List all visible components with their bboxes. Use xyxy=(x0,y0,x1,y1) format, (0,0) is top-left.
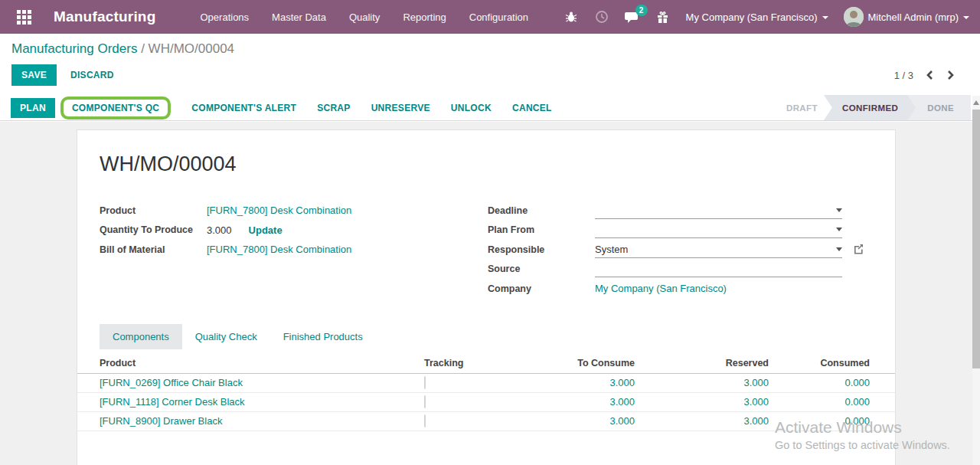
deadline-label: Deadline xyxy=(488,205,595,216)
save-button[interactable]: SAVE xyxy=(11,64,57,86)
user-menu[interactable]: Mitchell Admin (mrp) xyxy=(844,7,969,27)
menu-quality[interactable]: Quality xyxy=(349,11,380,23)
col-to-consume: To Consume xyxy=(528,358,635,368)
pager-previous-icon[interactable] xyxy=(926,70,934,80)
scroll-up-icon[interactable] xyxy=(973,100,979,105)
breadcrumb-current: WH/MO/00004 xyxy=(149,41,234,56)
caret-down-icon[interactable] xyxy=(836,228,842,231)
col-reserved: Reserved xyxy=(635,358,769,368)
cell-reserved: 3.000 xyxy=(635,377,769,388)
status-confirmed[interactable]: CONFIRMED xyxy=(824,95,916,120)
vertical-scrollbar[interactable] xyxy=(972,96,980,465)
menu-reporting[interactable]: Reporting xyxy=(403,11,446,23)
col-product: Product xyxy=(77,358,424,368)
caret-down-icon[interactable] xyxy=(836,208,842,212)
tracking-checkbox[interactable] xyxy=(424,376,426,389)
cell-product: [FURN_8900] Drawer Black xyxy=(77,415,424,427)
product-value-link[interactable]: [FURN_7800] Desk Combination xyxy=(207,205,351,216)
unreserve-button[interactable]: UNRESERVE xyxy=(371,103,430,113)
menu-configuration[interactable]: Configuration xyxy=(469,11,528,23)
table-row[interactable]: [FURN_0269] Office Chair Black 3.000 3.0… xyxy=(77,374,895,393)
components-table: Product Tracking To Consume Reserved Con… xyxy=(77,354,895,431)
field-group-left: Product [FURN_7800] Desk Combination Qua… xyxy=(100,201,467,299)
messages-icon[interactable]: 2 xyxy=(625,9,640,25)
table-row[interactable]: [FURN_1118] Corner Desk Black 3.000 3.00… xyxy=(77,393,895,412)
update-quantity-button[interactable]: Update xyxy=(249,224,283,236)
company-value-link[interactable]: My Company (San Francisco) xyxy=(595,283,842,294)
systray: 2 My Company (San Francisco) Mitchell Ad… xyxy=(564,7,969,27)
table-row[interactable]: [FURN_8900] Drawer Black 3.000 3.000 0.0… xyxy=(77,412,895,431)
deadline-input[interactable] xyxy=(595,202,842,219)
tracking-checkbox[interactable] xyxy=(424,395,426,408)
apps-menu-icon[interactable] xyxy=(11,0,37,34)
bom-value-link[interactable]: [FURN_7800] Desk Combination xyxy=(207,244,351,255)
breadcrumb-parent[interactable]: Manufacturing Orders xyxy=(11,41,137,56)
breadcrumb-separator: / xyxy=(141,41,145,56)
caret-down-icon[interactable] xyxy=(836,247,842,251)
caret-down-icon xyxy=(822,16,828,19)
highlight-annotation: COMPONENT'S QC xyxy=(60,97,171,120)
activity-clock-icon[interactable] xyxy=(594,9,609,25)
cell-product: [FURN_0269] Office Chair Black xyxy=(77,377,424,388)
cell-consumed: 0.000 xyxy=(769,415,895,427)
col-consumed: Consumed xyxy=(769,358,895,368)
tab-finished-products[interactable]: Finished Products xyxy=(270,324,376,349)
field-group-right: Deadline Plan From Responsible xyxy=(488,201,870,299)
bom-label: Bill of Material xyxy=(100,244,207,255)
company-switcher[interactable]: My Company (San Francisco) xyxy=(686,11,828,23)
control-panel: Manufacturing Orders / WH/MO/00004 SAVE … xyxy=(0,34,980,95)
status-draft[interactable]: DRAFT xyxy=(779,95,833,120)
menu-operations[interactable]: Operations xyxy=(201,11,250,23)
table-header-row: Product Tracking To Consume Reserved Con… xyxy=(77,354,895,374)
status-pipeline: DRAFT CONFIRMED DONE xyxy=(779,95,971,120)
responsible-label: Responsible xyxy=(488,244,595,255)
tracking-checkbox[interactable] xyxy=(424,414,426,427)
bug-icon[interactable] xyxy=(564,9,579,25)
form-view-background: WH/MO/00004 Product [FURN_7800] Desk Com… xyxy=(0,122,980,465)
plan-button[interactable]: PLAN xyxy=(11,98,55,118)
status-done[interactable]: DONE xyxy=(907,95,971,120)
cell-to-consume: 3.000 xyxy=(528,415,635,427)
scrollbar-thumb[interactable] xyxy=(972,110,980,368)
scrap-button[interactable]: SCRAP xyxy=(317,103,351,113)
pager: 1 / 3 xyxy=(894,70,969,81)
components-qc-button[interactable]: COMPONENT'S QC xyxy=(72,103,159,113)
notebook-tabs: Components Quality Check Finished Produc… xyxy=(100,324,870,349)
col-tracking: Tracking xyxy=(424,358,528,368)
company-name: My Company (San Francisco) xyxy=(686,11,818,23)
source-label: Source xyxy=(488,264,595,274)
avatar xyxy=(844,7,864,27)
tab-quality-check[interactable]: Quality Check xyxy=(182,324,270,349)
company-field: My Company (San Francisco) xyxy=(595,280,842,297)
unlock-button[interactable]: UNLOCK xyxy=(451,103,492,113)
discard-button[interactable]: DISCARD xyxy=(70,70,114,80)
top-navbar: Manufacturing Operations Master Data Qua… xyxy=(0,0,980,34)
caret-down-icon xyxy=(963,16,969,19)
plan-from-input[interactable] xyxy=(595,221,842,238)
main-menus: Operations Master Data Quality Reporting… xyxy=(201,11,529,23)
quantity-value[interactable]: 3.000 xyxy=(207,224,232,236)
menu-master-data[interactable]: Master Data xyxy=(272,11,326,23)
user-name: Mitchell Admin (mrp) xyxy=(868,11,959,23)
source-input[interactable] xyxy=(595,260,842,277)
record-title: WH/MO/00004 xyxy=(100,152,870,176)
responsible-value: System xyxy=(595,244,831,255)
gift-icon[interactable] xyxy=(655,9,671,25)
cell-consumed: 0.000 xyxy=(769,377,895,388)
tab-components[interactable]: Components xyxy=(100,324,182,349)
breadcrumb: Manufacturing Orders / WH/MO/00004 xyxy=(11,41,969,57)
app-title[interactable]: Manufacturing xyxy=(54,8,156,25)
plan-from-label: Plan From xyxy=(488,224,595,235)
responsible-input[interactable]: System xyxy=(595,241,842,258)
components-alert-button[interactable]: COMPONENT'S ALERT xyxy=(191,103,296,113)
cell-to-consume: 3.000 xyxy=(528,377,635,388)
pager-value: 1 / 3 xyxy=(894,70,913,81)
cell-product: [FURN_1118] Corner Desk Black xyxy=(77,396,424,408)
pager-next-icon[interactable] xyxy=(946,70,955,80)
quantity-label: Quantity To Produce xyxy=(100,224,207,235)
external-link-icon[interactable] xyxy=(853,243,864,254)
form-statusbar: PLAN COMPONENT'S QC COMPONENT'S ALERT SC… xyxy=(0,95,980,121)
messages-count-badge: 2 xyxy=(635,5,648,16)
cell-consumed: 0.000 xyxy=(769,396,895,408)
cancel-button[interactable]: CANCEL xyxy=(512,103,552,113)
